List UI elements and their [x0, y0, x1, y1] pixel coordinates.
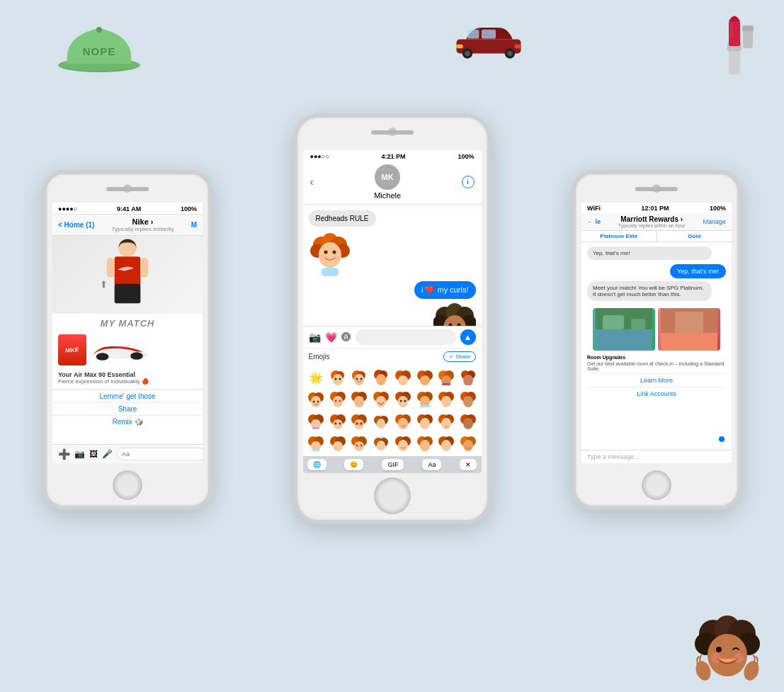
emoji-cell[interactable] [414, 433, 435, 453]
center-send-button[interactable]: ▲ [460, 329, 476, 345]
emoji-cell[interactable] [458, 433, 479, 453]
left-back-btn[interactable]: < Home (1) [58, 221, 94, 229]
svg-point-122 [377, 419, 385, 429]
gif-btn[interactable]: GIF [382, 459, 404, 470]
emoji-cell[interactable] [371, 433, 392, 453]
left-mic-icon[interactable]: 🎤 [102, 449, 113, 459]
center-chat-area[interactable]: Redheads RULE [303, 205, 482, 326]
emoji-cell[interactable] [349, 390, 370, 410]
svg-point-94 [404, 400, 406, 402]
emoji-cell[interactable] [327, 368, 348, 388]
right-room-upgrades-desc: Get our best available room at check-in … [587, 361, 726, 373]
svg-point-7 [465, 51, 470, 56]
right-hotel-image-1 [593, 308, 655, 351]
svg-point-147 [360, 444, 363, 446]
emoji-share-btn[interactable]: ＋ Share [443, 351, 475, 362]
left-camera-icon[interactable]: 📷 [74, 449, 85, 459]
right-signal: WiFi [587, 205, 601, 212]
left-action-share[interactable]: Share [52, 402, 203, 415]
hat-sticker: NOPE [57, 14, 142, 78]
center-heart-icon[interactable]: 💗 [325, 331, 337, 343]
emoji-cell[interactable] [436, 390, 457, 410]
center-home-button[interactable] [374, 477, 411, 514]
right-chat-area[interactable]: Yep, that's me! Yep, that's me! Meet you… [581, 242, 732, 463]
right-manage-btn[interactable]: Manage [703, 218, 726, 225]
svg-point-32 [324, 251, 327, 254]
emoji-cell[interactable] [327, 390, 348, 410]
emoji-cell[interactable] [371, 412, 392, 432]
globe-btn[interactable]: 🌐 [307, 459, 326, 470]
emoji-cell[interactable] [349, 368, 370, 388]
emoji-btn[interactable]: 😊 [344, 459, 363, 470]
svg-point-83 [339, 400, 341, 402]
svg-rect-11 [514, 45, 521, 48]
left-action-remix[interactable]: Remix 🎲 [52, 415, 203, 428]
emoji-cell[interactable] [349, 433, 370, 453]
right-learn-more-btn[interactable]: Learn More [587, 373, 726, 387]
right-home-button[interactable] [642, 470, 671, 500]
svg-point-142 [333, 441, 343, 451]
emoji-cell[interactable] [414, 390, 435, 410]
left-plus-icon[interactable]: ➕ [58, 448, 70, 460]
right-input-bar: Type a message... [581, 450, 732, 463]
right-link-accounts-btn[interactable]: Link Accounts [587, 387, 726, 400]
center-message-input[interactable] [356, 329, 456, 345]
emoji-cell[interactable] [371, 390, 392, 410]
svg-point-172 [715, 616, 740, 641]
center-contact-name: Michele [314, 191, 462, 200]
right-time: 12:01 PM [641, 205, 669, 212]
emoji-cell[interactable] [458, 368, 479, 388]
emoji-cell[interactable] [414, 368, 435, 388]
emoji-cell[interactable] [414, 412, 435, 432]
emoji-cell[interactable] [306, 390, 326, 410]
left-more-btn[interactable]: M [191, 221, 197, 229]
left-phone: ●●●●○ 9:41 AM 100% < Home (1) Nike › Typ… [42, 170, 212, 510]
svg-rect-21 [140, 258, 148, 278]
svg-point-145 [354, 441, 364, 451]
received-label-bubble: Redheads RULE [309, 210, 476, 227]
center-appstore-icon[interactable]: 🅐 [341, 331, 351, 343]
emoji-cell[interactable] [393, 412, 414, 432]
emoji-cell[interactable] [436, 368, 457, 388]
svg-point-57 [360, 378, 363, 380]
emoji-cell[interactable] [393, 433, 414, 453]
dark-curly-sticker [433, 303, 476, 326]
left-home-button[interactable] [113, 470, 142, 500]
svg-point-101 [441, 396, 451, 407]
center-camera-icon[interactable]: 📷 [309, 331, 321, 343]
emoji-cell[interactable] [327, 412, 348, 432]
text-btn[interactable]: Aa [422, 459, 441, 470]
center-battery: 100% [458, 153, 474, 160]
emoji-cell[interactable] [436, 433, 457, 453]
plus-share-icon: ＋ [448, 353, 454, 361]
emoji-section-label: Emojis [309, 353, 330, 361]
svg-rect-13 [727, 42, 742, 51]
svg-rect-98 [420, 405, 430, 407]
emoji-cell[interactable] [458, 390, 479, 410]
svg-point-25 [130, 352, 143, 360]
center-info-btn[interactable]: i [462, 176, 475, 188]
left-input-bar: ➕ 📷 🖼 🎤 🙂 [52, 444, 203, 463]
emoji-cell[interactable] [306, 412, 326, 432]
emoji-cell[interactable] [349, 412, 370, 432]
close-keyboard-btn[interactable]: ✕ [460, 459, 477, 470]
left-message-input[interactable] [117, 448, 203, 460]
left-action-primary[interactable]: Lemme' get those [52, 390, 203, 402]
right-sticker-message [309, 303, 476, 326]
emoji-cell[interactable] [393, 368, 414, 388]
emoji-cell[interactable]: 🌟 [306, 368, 326, 388]
emoji-cell[interactable] [306, 433, 326, 453]
svg-point-60 [376, 374, 386, 385]
left-image-icon[interactable]: 🖼 [89, 449, 98, 459]
svg-rect-170 [675, 312, 703, 333]
emoji-cell[interactable]: ♪ [436, 412, 457, 432]
emoji-cell[interactable] [371, 368, 392, 388]
right-status-bar: WiFi 12:01 PM 100% [581, 203, 732, 213]
right-back-btn[interactable]: ← le [587, 218, 601, 225]
emoji-cell[interactable] [327, 433, 348, 453]
center-input-row: 📷 💗 🅐 ▲ [303, 326, 482, 348]
svg-point-66 [420, 375, 430, 385]
svg-rect-36 [322, 268, 339, 276]
emoji-cell[interactable] [393, 390, 414, 410]
emoji-cell[interactable] [458, 412, 479, 432]
